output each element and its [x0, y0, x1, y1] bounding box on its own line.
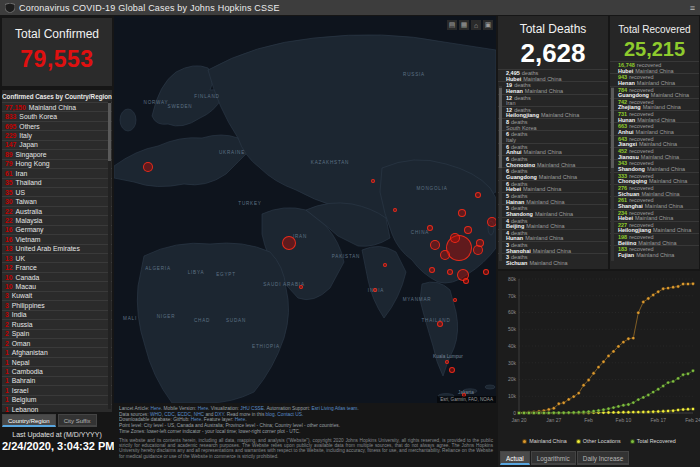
deaths-list-item[interactable]: 3deaths ShanghaiMainland China	[498, 241, 608, 253]
country-list-item[interactable]: 13 United Arab Emirates	[2, 244, 112, 253]
case-bubble[interactable]	[383, 263, 387, 267]
case-bubble[interactable]	[299, 285, 303, 289]
chart-tab[interactable]: Daily Increase	[577, 451, 630, 465]
case-bubble[interactable]	[449, 367, 455, 373]
country-list-item[interactable]: 12 France	[2, 262, 112, 271]
recovered-scrollbar[interactable]	[611, 86, 614, 261]
country-list-item[interactable]: 1 Cambodia	[2, 366, 112, 375]
case-bubble[interactable]	[450, 233, 460, 243]
case-bubble[interactable]	[463, 278, 469, 284]
footer-link[interactable]: JHU CSSE	[240, 406, 264, 411]
recovered-list-item[interactable]: 663recovered AnhuiMainland China	[610, 122, 699, 134]
case-bubble[interactable]	[475, 192, 481, 198]
country-list-item[interactable]: 2 Spain	[2, 329, 112, 338]
deaths-list-item[interactable]: 12deaths Iran	[498, 94, 608, 106]
country-list-item[interactable]: 30 Taiwan	[2, 196, 112, 205]
deaths-list-item[interactable]: 5deaths HainanMainland China	[498, 192, 608, 204]
deaths-list-item[interactable]: 8deaths South Korea	[498, 118, 608, 130]
case-bubble[interactable]	[447, 269, 453, 275]
footer-link[interactable]: Here	[198, 406, 208, 411]
recovered-list-item[interactable]: 261recovered ShanghaiMainland China	[610, 196, 699, 208]
deaths-list-item[interactable]: 2,495deaths HubeiMainland China	[498, 69, 608, 81]
sidebar-tab[interactable]: City Suffix	[58, 414, 97, 427]
scrollbar-thumb[interactable]	[499, 88, 502, 168]
recovered-list-item[interactable]: 333recovered ChongqingMainland China	[610, 172, 699, 184]
case-bubble[interactable]	[445, 360, 449, 364]
chart-tab[interactable]: Actual	[500, 451, 530, 465]
deaths-list-item[interactable]: 12deaths HeilongjiangMainland China	[498, 106, 608, 118]
recovered-list-item[interactable]: 276recovered SichuanMainland China	[610, 184, 699, 196]
footer-link[interactable]: WHO	[150, 412, 162, 417]
country-list-item[interactable]: 3 India	[2, 310, 112, 319]
deaths-list-item[interactable]: 6deaths HebeiMainland China	[498, 180, 608, 192]
case-bubble[interactable]	[393, 208, 397, 212]
country-list-item[interactable]: 3 Philippines	[2, 300, 112, 309]
country-list-item[interactable]: 1 Lebanon	[2, 404, 112, 412]
recovered-list-item[interactable]: 227recovered HeilongjiangMainland China	[610, 221, 699, 233]
case-bubble[interactable]	[476, 239, 484, 247]
country-list-item[interactable]: 3 Kuwait	[2, 291, 112, 300]
country-list-item[interactable]: 1 Israel	[2, 385, 112, 394]
case-bubble[interactable]	[282, 236, 296, 250]
footer-link[interactable]: Here	[235, 417, 245, 422]
map-control-button[interactable]: ▣	[483, 20, 493, 30]
case-bubble[interactable]	[483, 269, 489, 275]
deaths-list-item[interactable]: 4deaths HunanMainland China	[498, 229, 608, 241]
case-bubble[interactable]	[427, 225, 433, 231]
country-list-scrollbar[interactable]	[108, 101, 111, 409]
map-control-button[interactable]: ▤	[447, 20, 457, 30]
country-list-item[interactable]: 22 Malaysia	[2, 215, 112, 224]
country-list-item[interactable]: 77,150 Mainland China	[2, 102, 112, 111]
country-list-item[interactable]: 22 Australia	[2, 206, 112, 215]
footer-link[interactable]: Here	[150, 406, 160, 411]
country-list-item[interactable]: 1 Bahrain	[2, 376, 112, 385]
recovered-list-item[interactable]: 731recovered HunanMainland China	[610, 110, 699, 122]
deaths-list-item[interactable]: 6deaths Italy	[498, 130, 608, 142]
country-list-item[interactable]: 16 Germany	[2, 225, 112, 234]
country-list-item[interactable]: 89 Singapore	[2, 149, 112, 158]
footer-link[interactable]: Contact US.	[277, 412, 303, 417]
country-list-item[interactable]: 79 Hong Kong	[2, 159, 112, 168]
country-list-item[interactable]: 147 Japan	[2, 140, 112, 149]
case-bubble[interactable]	[430, 240, 440, 250]
recovered-list-item[interactable]: 16,748recovered HubeiMainland China	[610, 61, 699, 73]
country-list-item[interactable]: 229 Italy	[2, 130, 112, 139]
country-list-item[interactable]: 35 Thailand	[2, 178, 112, 187]
menu-icon[interactable]: ≡	[690, 3, 695, 13]
country-list-item[interactable]: 1 Nepal	[2, 357, 112, 366]
map-control-button[interactable]: ⌂	[471, 20, 481, 30]
country-list-item[interactable]: 10 Macau	[2, 281, 112, 290]
recovered-list-item[interactable]: 643recovered JiangxiMainland China	[610, 135, 699, 147]
footer-link[interactable]: Here	[191, 417, 201, 422]
country-list-item[interactable]: 833 South Korea	[2, 111, 112, 120]
recovered-list-item[interactable]: 343recovered ShandongMainland China	[610, 159, 699, 171]
footer-link[interactable]: Esri Living Atlas team	[311, 406, 357, 411]
deaths-scrollbar[interactable]	[499, 86, 502, 261]
case-bubble[interactable]	[429, 267, 435, 273]
country-list-item[interactable]: 35 US	[2, 187, 112, 196]
deaths-list-item[interactable]: 6deaths AnhuiMainland China	[498, 143, 608, 155]
footer-link[interactable]: NHC	[194, 412, 204, 417]
deaths-list-item[interactable]: 3deaths SichuanMainland China	[498, 253, 608, 265]
deaths-list-item[interactable]: 5deaths ShandongMainland China	[498, 204, 608, 216]
case-bubble[interactable]	[487, 217, 496, 227]
scrollbar-thumb[interactable]	[108, 103, 111, 161]
recovered-list-item[interactable]: 742recovered ZhejiangMainland China	[610, 98, 699, 110]
case-bubble[interactable]	[371, 179, 375, 183]
country-list-item[interactable]: 61 Iran	[2, 168, 112, 177]
case-bubble[interactable]	[437, 321, 443, 327]
world-map[interactable]: RUSSIANORWAYSWEDENFINLANDUKRAINETURKEYKA…	[114, 16, 496, 403]
footer-link[interactable]: DXY	[215, 412, 224, 417]
country-list-item[interactable]: 10 Canada	[2, 272, 112, 281]
map-control-button[interactable]: ▦	[459, 20, 469, 30]
country-list-item[interactable]: 2 Russia	[2, 319, 112, 328]
case-bubble[interactable]	[440, 250, 450, 260]
chart-tab[interactable]: Logarithmic	[531, 451, 576, 465]
scrollbar-thumb[interactable]	[611, 88, 614, 168]
recovered-list-item[interactable]: 234recovered HebeiMainland China	[610, 209, 699, 221]
country-list-item[interactable]: 695 Others	[2, 121, 112, 130]
deaths-list-item[interactable]: 6deaths GuangdongMainland China	[498, 167, 608, 179]
deaths-list-item[interactable]: 4deaths BeijingMainland China	[498, 217, 608, 229]
recovered-list-item[interactable]: 784recovered GuangdongMainland China	[610, 86, 699, 98]
recovered-list-item[interactable]: 198recovered BeijingMainland China	[610, 233, 699, 245]
